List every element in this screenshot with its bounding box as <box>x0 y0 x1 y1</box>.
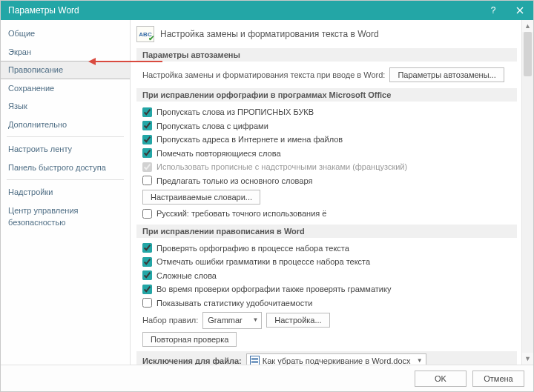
vertical-scrollbar[interactable]: ▲ ▼ <box>521 20 533 365</box>
ok-button[interactable]: OK <box>415 371 467 387</box>
sidebar-item-general[interactable]: Общие <box>1 24 130 43</box>
section-word-title: При исправлении правописания в Word <box>136 225 517 238</box>
close-button[interactable] <box>507 1 533 20</box>
sidebar: Общие Экран Правописание Сохранение Язык… <box>1 20 131 365</box>
chevron-down-icon: ▼ <box>417 357 423 364</box>
scroll-up-button[interactable]: ▲ <box>522 20 533 32</box>
opt-urls[interactable]: Пропускать адреса в Интернете и имена фа… <box>142 133 343 146</box>
rules-dropdown[interactable]: Grammar ▼ <box>202 312 262 329</box>
titlebar: Параметры Word ? <box>1 1 533 20</box>
opt-compound[interactable]: Сложные слова <box>142 270 217 282</box>
custom-dictionaries-button[interactable]: Настраиваемые словари... <box>142 190 260 205</box>
main-panel: ABC✔ Настройка замены и форматирования т… <box>131 20 521 365</box>
window-title: Параметры Word <box>8 5 480 16</box>
recheck-button[interactable]: Повторная проверка <box>142 332 237 347</box>
rules-label: Набор правил: <box>142 314 198 327</box>
opt-main-dict[interactable]: Предлагать только из основного словаря <box>142 175 312 187</box>
opt-russian-yo[interactable]: Русский: требовать точного использования… <box>142 207 326 220</box>
sidebar-item-advanced[interactable]: Дополнительно <box>1 116 130 134</box>
opt-grammar-with-spell[interactable]: Во время проверки орфографии также прове… <box>142 283 391 296</box>
exceptions-file-dropdown[interactable]: Как убрать подчеркивание в Word.docx ▼ <box>246 353 426 365</box>
autocorrect-desc: Настройка замены и форматирования текста… <box>142 69 385 82</box>
chevron-down-icon: ▼ <box>252 316 258 325</box>
rules-settings-button[interactable]: Настройка... <box>266 313 329 328</box>
section-autocorrect-title: Параметры автозамены <box>136 48 517 62</box>
proofing-icon: ABC✔ <box>136 26 154 42</box>
dialog-footer: OK Отмена <box>1 365 533 391</box>
sidebar-item-proofing[interactable]: Правописание <box>1 61 130 79</box>
opt-uppercase[interactable]: Пропускать слова из ПРОПИСНЫХ БУКВ <box>142 106 314 119</box>
help-button[interactable]: ? <box>480 1 507 20</box>
opt-readability[interactable]: Показывать статистику удобочитаемости <box>142 297 312 310</box>
sidebar-item-language[interactable]: Язык <box>1 97 130 116</box>
scroll-track[interactable] <box>522 32 533 353</box>
sidebar-item-qat[interactable]: Панель быстрого доступа <box>1 159 130 177</box>
sidebar-item-addins[interactable]: Надстройки <box>1 183 130 202</box>
document-icon <box>250 356 260 365</box>
cancel-button[interactable]: Отмена <box>472 371 524 387</box>
sidebar-item-save[interactable]: Сохранение <box>1 79 130 98</box>
opt-grammar-typing[interactable]: Отмечать ошибки грамматики в процессе на… <box>142 256 370 268</box>
scroll-thumb[interactable] <box>524 32 532 76</box>
opt-numbers[interactable]: Пропускать слова с цифрами <box>142 120 268 133</box>
opt-spell-typing[interactable]: Проверять орфографию в процессе набора т… <box>142 242 349 255</box>
sidebar-item-ribbon[interactable]: Настроить ленту <box>1 140 130 159</box>
sidebar-item-trust[interactable]: Центр управления безопасностью <box>1 202 130 232</box>
sidebar-separator <box>7 179 124 180</box>
sidebar-separator <box>7 136 124 137</box>
section-office-title: При исправлении орфографии в программах … <box>136 88 517 102</box>
autocorrect-options-button[interactable]: Параметры автозамены... <box>389 67 504 82</box>
sidebar-item-display[interactable]: Экран <box>1 43 130 62</box>
opt-french: Использовать прописные с надстрочными зн… <box>142 161 407 173</box>
page-heading: Настройка замены и форматирования текста… <box>160 29 379 39</box>
opt-repeated[interactable]: Помечать повторяющиеся слова <box>142 147 281 160</box>
close-icon <box>516 7 524 14</box>
section-exceptions: Исключения для файла: Как убрать подчерк… <box>136 351 517 365</box>
exceptions-label: Исключения для файла: <box>142 356 242 365</box>
scroll-down-button[interactable]: ▼ <box>522 353 533 365</box>
